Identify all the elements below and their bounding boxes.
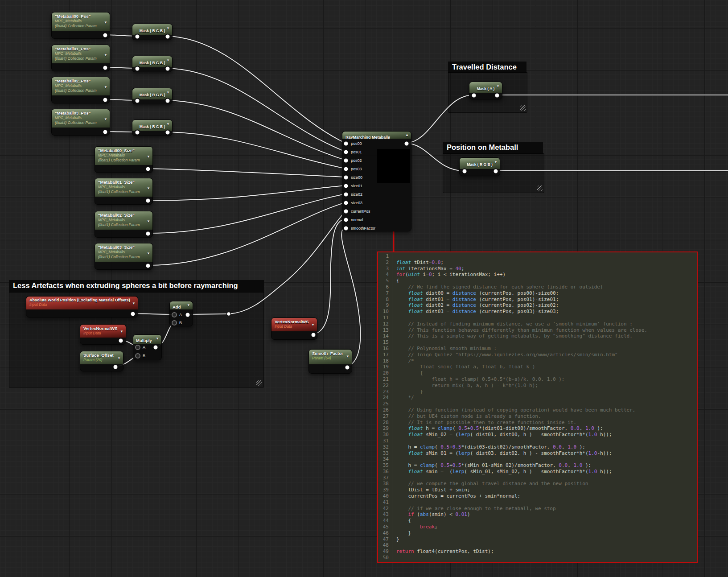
travelled-distance-resize-handle[interactable]	[520, 105, 526, 111]
add-node[interactable]: Add▼AB	[169, 301, 193, 326]
dropdown-icon[interactable]: ▼	[104, 117, 107, 121]
metaball03-size-node[interactable]: "Metaball03_Size"MPC_Metaballs(float1) C…	[95, 243, 153, 270]
input-pin-normal[interactable]	[343, 217, 349, 223]
line-text: float dist03 = distance (currentPos, pos…	[396, 309, 559, 315]
metaball01-size-node[interactable]: "Metaball01_Size"MPC_Metaballs(float1) C…	[95, 178, 153, 205]
metaball03-pos-node[interactable]: "Metaball03_Pos"MPC_Metaballs(float4) Co…	[51, 109, 110, 136]
dropdown-icon[interactable]: ▼	[120, 330, 123, 334]
code-line: 30 float sMin_02 = (lerp( dist01, dist00…	[379, 432, 697, 438]
dropdown-icon[interactable]: ▼	[166, 91, 170, 95]
input-pin[interactable]	[135, 130, 140, 136]
output-pin[interactable]	[103, 33, 108, 38]
output-pin[interactable]	[404, 141, 410, 147]
vertexnormalws-offset-node[interactable]: VertexNormalWSInput Data▼	[80, 324, 126, 345]
dropdown-icon[interactable]: ▼	[187, 303, 190, 307]
dropdown-icon[interactable]: ▼	[104, 85, 107, 89]
output-pin[interactable]	[103, 65, 108, 71]
input-pin-pos01[interactable]	[343, 149, 349, 155]
smooth-factor-node[interactable]: Smooth_FactorParam (64)▼	[308, 349, 352, 374]
dropdown-icon[interactable]: ▼	[147, 155, 150, 159]
dropdown-icon[interactable]: ▼	[311, 323, 315, 327]
dropdown-icon[interactable]: ▼	[496, 84, 500, 88]
input-pin-pos03[interactable]	[343, 166, 349, 172]
absolute-world-position-node[interactable]: Absolute World Position (Excluding Mater…	[26, 296, 138, 317]
output-pin[interactable]	[493, 169, 499, 174]
input-pin-b[interactable]	[135, 353, 140, 359]
travelled-distance-comment-title[interactable]: Travelled Distance	[448, 62, 526, 73]
input-pin-smoothfactor[interactable]	[343, 226, 349, 231]
mask-a-node[interactable]: Mask ( A )▼	[469, 82, 502, 99]
metaball02-pos-node[interactable]: "Metaball02_Pos"MPC_Metaballs(float4) Co…	[51, 77, 110, 103]
less-artefacts-resize-handle[interactable]	[256, 380, 262, 386]
less-artefacts-comment-title[interactable]: Less Artefacts when extruding spheres a …	[9, 280, 264, 293]
multiply-node[interactable]: Multiply▼AB	[133, 334, 162, 360]
input-pin-size00[interactable]	[343, 175, 349, 181]
input-pin[interactable]	[135, 66, 140, 72]
dropdown-icon[interactable]: ▼	[494, 160, 498, 164]
output-pin[interactable]	[165, 34, 171, 40]
position-on-metaball-resize-handle[interactable]	[537, 185, 543, 191]
surface-offset-node[interactable]: Surface_OffsetParam (20)▼	[80, 351, 123, 371]
node-subtitle: MPC_Metaballs	[55, 51, 107, 56]
raymarching-node[interactable]: RayMarching Metaballs▲pos00pos01pos02pos…	[342, 131, 411, 231]
input-pin[interactable]	[135, 34, 140, 40]
input-pin-b[interactable]	[172, 320, 177, 326]
mask-rgb-02-node[interactable]: Mask ( R G B )▼	[132, 88, 173, 104]
vertexnormalws-main-node[interactable]: VertexNormalWSInput Data▼	[271, 317, 317, 340]
line-number: 15	[379, 339, 392, 346]
output-pin[interactable]	[113, 364, 119, 370]
input-pin-pos02[interactable]	[343, 158, 349, 164]
input-pin-a[interactable]	[135, 345, 140, 350]
metaball00-size-node[interactable]: "Metaball00_Size"MPC_Metaballs(float1) C…	[95, 146, 153, 173]
output-pin[interactable]	[145, 231, 151, 237]
collapse-icon[interactable]: ▲	[405, 133, 409, 137]
pin-label: normal	[351, 218, 363, 222]
dropdown-icon[interactable]: ▼	[104, 53, 107, 57]
dropdown-icon[interactable]: ▼	[147, 219, 150, 223]
dropdown-icon[interactable]: ▼	[104, 21, 107, 25]
mask-rgb-03-node[interactable]: Mask ( R G B )▼	[132, 120, 173, 136]
input-pin-currentpos[interactable]	[343, 209, 349, 214]
output-pin[interactable]	[153, 345, 159, 350]
output-pin[interactable]	[165, 98, 171, 104]
dropdown-icon[interactable]: ▼	[156, 337, 159, 341]
dropdown-icon[interactable]: ▼	[132, 301, 136, 305]
output-pin[interactable]	[145, 198, 151, 204]
output-pin[interactable]	[103, 129, 108, 135]
dropdown-icon[interactable]: ▼	[147, 186, 150, 190]
dropdown-icon[interactable]: ▼	[166, 58, 170, 62]
output-pin[interactable]	[118, 338, 124, 344]
mask-rgb-position-node[interactable]: Mask ( R G B )▼	[459, 157, 500, 176]
output-pin[interactable]	[145, 263, 151, 269]
dropdown-icon[interactable]: ▼	[346, 354, 350, 359]
output-pin[interactable]	[145, 166, 151, 172]
input-pin-pos00[interactable]	[343, 141, 349, 147]
input-pin-size03[interactable]	[343, 200, 349, 206]
output-pin[interactable]	[103, 97, 108, 103]
mask-rgb-00-node[interactable]: Mask ( R G B )▼	[132, 24, 173, 40]
output-pin[interactable]	[165, 66, 171, 72]
metaball00-pos-node[interactable]: "Metaball00_Pos"MPC_Metaballs(float4) Co…	[51, 12, 110, 39]
input-pin-size02[interactable]	[343, 192, 349, 198]
position-on-metaball-comment-title[interactable]: Position on Metaball	[443, 142, 543, 154]
dropdown-icon[interactable]: ▼	[166, 122, 170, 126]
input-pin-size01[interactable]	[343, 183, 349, 189]
output-pin[interactable]	[130, 311, 136, 317]
dropdown-icon[interactable]: ▼	[166, 26, 170, 30]
input-pin[interactable]	[462, 169, 468, 174]
metaball02-size-node[interactable]: "Metaball02_Size"MPC_Metaballs(float1) C…	[95, 211, 153, 238]
output-pin[interactable]	[494, 93, 500, 99]
input-pin[interactable]	[471, 93, 477, 99]
output-pin[interactable]	[165, 130, 171, 136]
output-pin[interactable]	[311, 332, 317, 338]
material-graph-canvas[interactable]: Travelled DistancePosition on MetaballLe…	[0, 0, 728, 577]
mask-rgb-01-node[interactable]: Mask ( R G B )▼	[132, 56, 173, 72]
node-subtitle: (float4) Collection Param	[55, 24, 107, 29]
output-pin[interactable]	[185, 312, 191, 318]
metaball01-pos-node[interactable]: "Metaball01_Pos"MPC_Metaballs(float4) Co…	[51, 45, 110, 71]
dropdown-icon[interactable]: ▼	[117, 356, 121, 360]
dropdown-icon[interactable]: ▼	[147, 251, 150, 256]
input-pin-a[interactable]	[172, 312, 177, 317]
input-pin[interactable]	[135, 98, 140, 104]
output-pin[interactable]	[345, 365, 350, 371]
